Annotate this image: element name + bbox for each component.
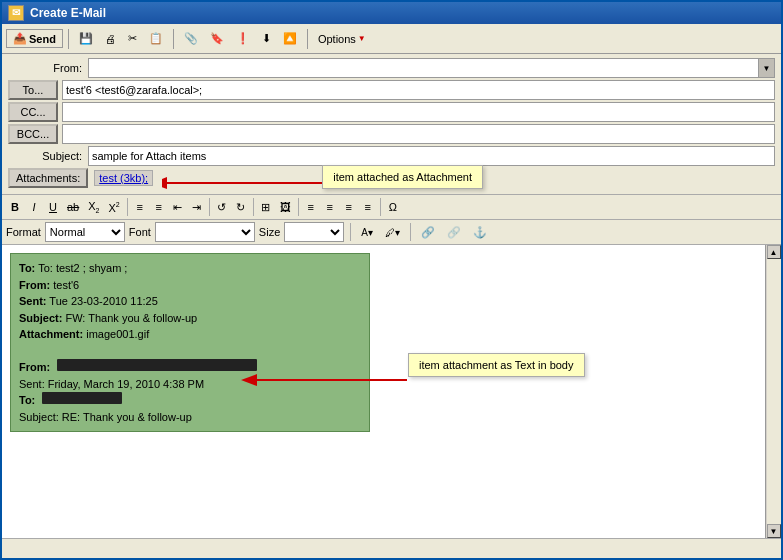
window-icon: ✉	[8, 5, 24, 21]
anchor-button[interactable]: ⚓	[469, 222, 491, 242]
bcc-button[interactable]: BCC...	[8, 124, 58, 144]
from-field[interactable]: ▼	[88, 58, 775, 78]
importance-low-button[interactable]: ⬇	[257, 29, 276, 48]
align-left-button[interactable]: ≡	[302, 197, 320, 217]
attachment-line: Attachment: image001.gif	[19, 326, 361, 343]
from-value	[89, 67, 758, 69]
format-bar: Format Normal Font Size A▾ 🖊▾ 🔗 🔗 ⚓	[2, 220, 781, 245]
email-body[interactable]: To: To: test2 ; shyam ; From: test'6 Sen…	[2, 245, 765, 538]
send-button[interactable]: 📤 Send	[6, 29, 63, 48]
to2-line: To:	[19, 392, 361, 409]
italic-button[interactable]: I	[25, 197, 43, 217]
highlight-button[interactable]: 🖊▾	[381, 222, 404, 242]
to-button[interactable]: To...	[8, 80, 58, 100]
main-toolbar: 📤 Send 💾 🖨 ✂ 📋 📎 🔖 ❗ ⬇ 🔼 Options ▼	[2, 24, 781, 54]
from-row: From: ▼	[8, 58, 775, 78]
scroll-up-button[interactable]: ▲	[767, 245, 781, 259]
decrease-indent-button[interactable]: ⇤	[169, 197, 187, 217]
table-button[interactable]: ⊞	[257, 197, 275, 217]
cc-button[interactable]: CC...	[8, 102, 58, 122]
toolbar-sep-1	[68, 29, 69, 49]
redo-button[interactable]: ↻	[232, 197, 250, 217]
to-row: To... test'6 <test6@zarafa.local>;	[8, 80, 775, 100]
align-center-button[interactable]: ≡	[321, 197, 339, 217]
underline-button[interactable]: U	[44, 197, 62, 217]
format-sep-2	[410, 223, 411, 241]
copy-button[interactable]: 📋	[144, 29, 168, 48]
edit-sep-1	[127, 198, 128, 216]
form-area: From: ▼ To... test'6 <test6@zarafa.local…	[2, 54, 781, 195]
subject-field[interactable]: sample for Attach items	[88, 146, 775, 166]
to-line: To: To: test2 ; shyam ;	[19, 260, 361, 277]
subject-label: Subject:	[8, 150, 88, 162]
vertical-scrollbar[interactable]: ▲ ▼	[765, 245, 781, 538]
format-label: Format	[6, 226, 41, 238]
attach-button[interactable]: 📎	[179, 29, 203, 48]
edit-sep-5	[380, 198, 381, 216]
from2-line: From:	[19, 359, 361, 376]
toolbar-sep-3	[307, 29, 308, 49]
toolbar-sep-2	[173, 29, 174, 49]
edit-sep-4	[298, 198, 299, 216]
email-quote: To: To: test2 ; shyam ; From: test'6 Sen…	[10, 253, 370, 432]
undo-button[interactable]: ↺	[213, 197, 231, 217]
scroll-down-button[interactable]: ▼	[767, 524, 781, 538]
font-color-button[interactable]: A▾	[357, 222, 377, 242]
from-label: From:	[8, 62, 88, 74]
print-button[interactable]: 🖨	[100, 30, 121, 48]
attachment-file-button[interactable]: test (3kb);	[94, 170, 153, 186]
send-icon: 📤	[13, 32, 27, 45]
link-button[interactable]: 🔗	[417, 222, 439, 242]
importance-high-button[interactable]: ❗	[231, 29, 255, 48]
font-label: Font	[129, 226, 151, 238]
editor-toolbar: B I U ab X2 X2 ≡ ≡ ⇤ ⇥ ↺ ↻ ⊞ 🖼 ≡ ≡ ≡ ≡ Ω	[2, 195, 781, 220]
ordered-list-button[interactable]: ≡	[131, 197, 149, 217]
image-button[interactable]: 🖼	[276, 197, 295, 217]
bottom-bar	[2, 538, 781, 558]
cc-row: CC...	[8, 102, 775, 122]
save-button[interactable]: 💾	[74, 29, 98, 48]
body-callout: item attachment as Text in body	[408, 353, 585, 377]
cut-button[interactable]: ✂	[123, 29, 142, 48]
format-sep-1	[350, 223, 351, 241]
sent-line: Sent: Tue 23-03-2010 11:25	[19, 293, 361, 310]
scroll-track[interactable]	[767, 259, 781, 524]
bcc-field[interactable]	[62, 124, 775, 144]
subject-value: sample for Attach items	[92, 150, 206, 162]
up-button[interactable]: 🔼	[278, 29, 302, 48]
content-area: To: To: test2 ; shyam ; From: test'6 Sen…	[2, 245, 781, 538]
attachment-callout: item attached as Attachment	[322, 165, 483, 189]
superscript-button[interactable]: X2	[105, 197, 124, 217]
to-field[interactable]: test'6 <test6@zarafa.local>;	[62, 80, 775, 100]
main-window: ✉ Create E-Mail 📤 Send 💾 🖨 ✂ 📋 📎 🔖 ❗ ⬇ 🔼…	[0, 0, 783, 560]
edit-sep-3	[253, 198, 254, 216]
window-title: Create E-Mail	[30, 6, 106, 20]
to-value: test'6 <test6@zarafa.local>;	[66, 84, 202, 96]
edit-sep-2	[209, 198, 210, 216]
flag-button[interactable]: 🔖	[205, 29, 229, 48]
special-chars-button[interactable]: Ω	[384, 197, 402, 217]
bold-button[interactable]: B	[6, 197, 24, 217]
unordered-list-button[interactable]: ≡	[150, 197, 168, 217]
attachments-button[interactable]: Attachments:	[8, 168, 88, 188]
subject-line: Subject: FW: Thank you & follow-up	[19, 310, 361, 327]
subscript-button[interactable]: X2	[84, 197, 103, 217]
increase-indent-button[interactable]: ⇥	[188, 197, 206, 217]
from-dropdown-arrow[interactable]: ▼	[758, 59, 774, 77]
subject2-line: Subject: RE: Thank you & follow-up	[19, 409, 361, 426]
size-label: Size	[259, 226, 280, 238]
align-right-button[interactable]: ≡	[340, 197, 358, 217]
subject-row: Subject: sample for Attach items	[8, 146, 775, 166]
attachments-row: Attachments: test (3kb); item attached a…	[8, 168, 775, 188]
options-dropdown-icon: ▼	[358, 34, 366, 43]
options-button[interactable]: Options ▼	[313, 30, 371, 48]
font-select[interactable]	[155, 222, 255, 242]
format-select[interactable]: Normal	[45, 222, 125, 242]
size-select[interactable]	[284, 222, 344, 242]
bcc-row: BCC...	[8, 124, 775, 144]
justify-button[interactable]: ≡	[359, 197, 377, 217]
cc-field[interactable]	[62, 102, 775, 122]
sent2-line: Sent: Friday, March 19, 2010 4:38 PM	[19, 376, 361, 393]
unlink-button[interactable]: 🔗	[443, 222, 465, 242]
strikethrough-button[interactable]: ab	[63, 197, 83, 217]
